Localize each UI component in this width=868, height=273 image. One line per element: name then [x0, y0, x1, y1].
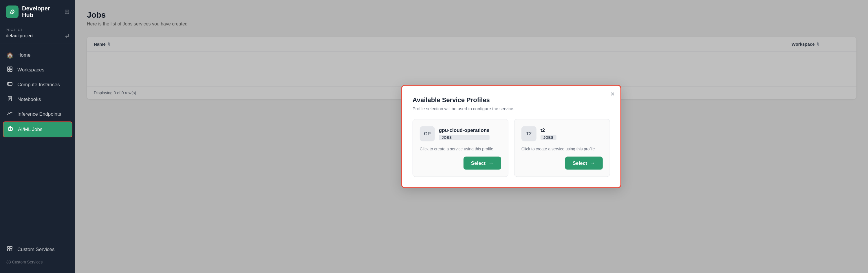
svg-rect-2	[10, 67, 12, 69]
nav-label-workspaces: Workspaces	[18, 67, 44, 73]
aiml-jobs-icon	[7, 126, 14, 133]
svg-rect-13	[7, 246, 9, 248]
select-arrow-t2: →	[590, 160, 595, 166]
svg-rect-5	[7, 82, 12, 85]
svg-rect-11	[8, 128, 12, 130]
svg-rect-14	[10, 246, 12, 248]
project-name: defaultproject	[6, 33, 34, 38]
close-button[interactable]: ×	[611, 91, 615, 98]
avatar-t2: T2	[521, 126, 536, 141]
sidebar-item-notebooks[interactable]: Notebooks	[0, 92, 75, 107]
service-profiles-modal: × Available Service Profiles Profile sel…	[401, 85, 621, 188]
select-arrow-gpu: →	[489, 160, 494, 166]
project-label: PROJECT	[6, 28, 69, 32]
profile-badge-t2: JOBS	[540, 135, 556, 140]
sidebar-header: Developer Hub ⊞	[0, 0, 75, 24]
nav-label-inference: Inference Endpoints	[18, 111, 61, 117]
sidebar: Developer Hub ⊞ PROJECT defaultproject ⇄…	[0, 0, 75, 273]
home-icon: 🏠	[6, 52, 13, 59]
profile-name-gpu: gpu-cloud-operations	[439, 128, 490, 133]
sidebar-item-inference[interactable]: Inference Endpoints	[0, 107, 75, 122]
modal-subtitle: Profile selection will be used to config…	[412, 106, 610, 111]
sidebar-item-compute[interactable]: Compute Instances	[0, 77, 75, 92]
svg-point-12	[10, 128, 11, 130]
profile-header-t2: T2 t2 JOBS	[521, 126, 603, 141]
footer-text: 83 Custom Services	[0, 257, 75, 267]
nav-label-compute: Compute Instances	[18, 82, 60, 88]
app-logo	[6, 5, 19, 18]
project-name-row: defaultproject ⇄	[6, 33, 69, 39]
avatar-gpu: GP	[420, 126, 435, 141]
select-label-gpu: Select	[471, 160, 486, 166]
app-title: Developer Hub	[22, 5, 61, 19]
profile-card-gpu-cloud-operations: GP gpu-cloud-operations JOBS Click to cr…	[412, 119, 508, 177]
sidebar-item-custom-services[interactable]: Custom Services	[0, 242, 75, 257]
profiles-grid: GP gpu-cloud-operations JOBS Click to cr…	[412, 119, 610, 177]
profile-header-gpu: GP gpu-cloud-operations JOBS	[420, 126, 501, 141]
inference-icon	[6, 110, 13, 118]
custom-services-icon	[6, 246, 13, 253]
svg-rect-15	[7, 249, 9, 251]
sidebar-item-workspaces[interactable]: Workspaces	[0, 63, 75, 77]
profile-badge-gpu: JOBS	[439, 135, 490, 140]
sidebar-nav: 🏠 Home Workspaces Compute Instances Note…	[0, 43, 75, 239]
profile-info-t2: t2 JOBS	[540, 128, 556, 140]
compute-icon	[6, 81, 13, 88]
sidebar-bottom: Custom Services 83 Custom Services	[0, 239, 75, 273]
select-label-t2: Select	[573, 160, 587, 166]
workspaces-icon	[6, 66, 13, 73]
svg-rect-3	[7, 69, 9, 71]
sidebar-item-aiml-jobs[interactable]: AI/ML Jobs	[3, 122, 72, 137]
select-button-gpu[interactable]: Select →	[464, 157, 501, 170]
select-button-t2[interactable]: Select →	[565, 157, 603, 170]
nav-label-custom-services: Custom Services	[18, 247, 55, 252]
project-section: PROJECT defaultproject ⇄	[0, 24, 75, 43]
profile-info-gpu: gpu-cloud-operations JOBS	[439, 128, 490, 140]
main-content: Jobs Here is the list of Jobs services y…	[75, 0, 868, 273]
profile-desc-gpu: Click to create a service using this pro…	[420, 146, 501, 152]
notebooks-icon	[6, 96, 13, 103]
nav-label-home: Home	[18, 52, 30, 58]
modal-title: Available Service Profiles	[412, 96, 610, 104]
svg-rect-4	[10, 69, 12, 71]
profile-desc-t2: Click to create a service using this pro…	[521, 146, 603, 152]
swap-project-icon[interactable]: ⇄	[65, 33, 69, 39]
nav-label-notebooks: Notebooks	[18, 97, 41, 102]
svg-rect-1	[7, 67, 9, 69]
profile-name-t2: t2	[540, 128, 556, 133]
sidebar-item-home[interactable]: 🏠 Home	[0, 48, 75, 63]
profile-card-t2: T2 t2 JOBS Click to create a service usi…	[514, 119, 610, 177]
nav-label-aiml-jobs: AI/ML Jobs	[18, 127, 42, 132]
grid-icon[interactable]: ⊞	[64, 8, 69, 15]
